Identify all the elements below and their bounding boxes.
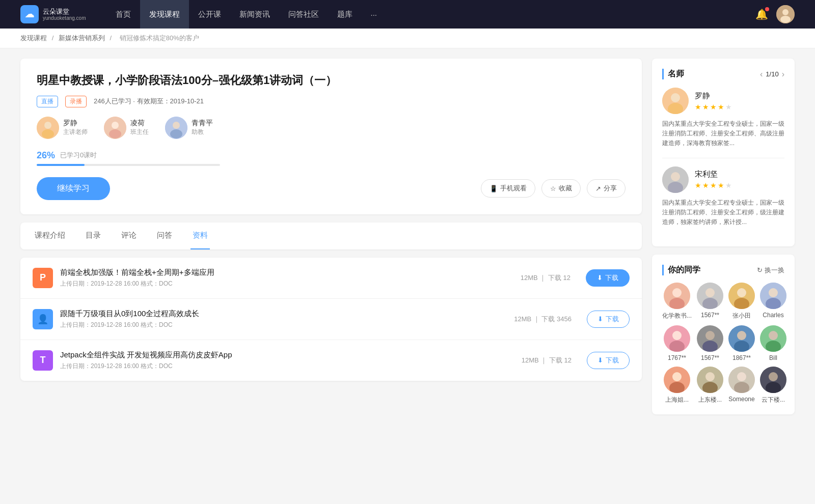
classmate-7[interactable]: 1867**	[728, 325, 755, 361]
classmates-panel: 你的同学 ↻ 换一换 化学教书...	[652, 255, 795, 414]
notification-bell[interactable]: 🔔	[755, 8, 768, 20]
svg-point-52	[769, 372, 778, 381]
breadcrumb-discover[interactable]: 发现课程	[20, 34, 47, 42]
classmate-8[interactable]: Bill	[760, 325, 786, 361]
teacher-3-info: 青青平 助教	[192, 119, 213, 136]
classmate-9[interactable]: 上海姐...	[662, 367, 692, 404]
logo-sub: yunduoketang.com	[43, 15, 86, 21]
refresh-classmates-button[interactable]: ↻ 换一换	[757, 266, 784, 275]
nav-items: 首页 发现课程 公开课 新闻资讯 问答社区 题库 ···	[106, 0, 755, 29]
user-avatar-nav[interactable]	[776, 5, 795, 23]
download-button-2[interactable]: ⬇ 下载	[587, 311, 630, 328]
classmate-1[interactable]: 化学教书...	[662, 283, 692, 320]
breadcrumb-series[interactable]: 新媒体营销系列	[59, 34, 105, 42]
classmate-5[interactable]: 1767**	[662, 325, 692, 361]
svg-point-13	[671, 93, 680, 102]
teacher-2-role: 班主任	[130, 128, 149, 136]
nav-exam[interactable]: 题库	[328, 0, 362, 29]
teacher-pagination: 1/10	[766, 70, 778, 78]
svg-point-22	[705, 288, 715, 297]
svg-point-31	[672, 331, 682, 340]
teacher-3-name: 青青平	[192, 119, 213, 128]
svg-point-2	[780, 16, 791, 23]
resource-stats-1: 12MB ｜ 下载 12	[521, 273, 570, 283]
tab-intro[interactable]: 课程介绍	[33, 222, 67, 249]
course-title: 明星中教授课，小学阶段语法100分–强化级第1讲动词（一）	[37, 73, 626, 89]
svg-point-1	[782, 9, 789, 15]
tag-live: 直播	[37, 96, 58, 107]
breadcrumb-sep1: /	[52, 34, 56, 42]
nav-home[interactable]: 首页	[106, 0, 140, 29]
refresh-icon: ↻	[757, 266, 763, 274]
tag-record: 录播	[65, 96, 87, 107]
teacher-2-name: 凌荷	[130, 119, 149, 128]
teacher-card-2-name: 宋利坚	[695, 170, 732, 179]
breadcrumb-sep2: /	[110, 34, 113, 42]
nav-qa[interactable]: 问答社区	[279, 0, 328, 29]
classmate-9-img	[664, 367, 690, 393]
continue-learning-button[interactable]: 继续学习	[37, 177, 110, 200]
classmate-5-name: 1767**	[668, 354, 686, 361]
classmate-2-avatar	[697, 283, 723, 309]
course-actions: 继续学习 📱 手机观看 ☆ 收藏 ↗ 分享	[37, 177, 626, 200]
classmate-8-name: Bill	[769, 354, 777, 361]
tab-review[interactable]: 评论	[119, 222, 139, 249]
next-teacher-button[interactable]: ›	[782, 70, 784, 79]
action-buttons: 📱 手机观看 ☆ 收藏 ↗ 分享	[481, 179, 626, 198]
nav-discover[interactable]: 发现课程	[140, 0, 189, 29]
classmate-4[interactable]: Charles	[760, 283, 786, 320]
resource-stats-2: 12MB ｜ 下载 3456	[514, 315, 572, 324]
classmate-3[interactable]: 张小田	[728, 283, 755, 320]
logo-title: 云朵课堂	[43, 8, 86, 16]
prev-teacher-button[interactable]: ‹	[760, 70, 763, 79]
svg-point-19	[672, 288, 682, 297]
classmate-1-img	[664, 283, 690, 309]
classmate-3-img	[728, 283, 755, 309]
teacher-1-info: 罗静 主讲老师	[63, 119, 88, 136]
share-button[interactable]: ↗ 分享	[587, 179, 626, 198]
nav-news[interactable]: 新闻资讯	[230, 0, 279, 29]
breadcrumb-current: 销冠修炼术搞定80%的客户	[120, 34, 199, 42]
classmate-10[interactable]: 上东楼...	[697, 367, 723, 404]
classmate-10-avatar	[697, 367, 723, 393]
teacher-2: 凌荷 班主任	[104, 117, 149, 139]
download-button-3[interactable]: ⬇ 下载	[587, 352, 630, 369]
nav-more[interactable]: ···	[362, 0, 387, 29]
collect-button[interactable]: ☆ 收藏	[541, 179, 581, 198]
classmate-6-img	[697, 325, 723, 352]
download-button-1[interactable]: ⬇ 下载	[586, 269, 630, 287]
tab-catalog[interactable]: 目录	[84, 222, 103, 249]
sidebar: 名师 ‹ 1/10 ›	[652, 59, 795, 423]
mobile-watch-button[interactable]: 📱 手机观看	[481, 179, 535, 198]
svg-point-49	[737, 372, 746, 381]
tab-qa[interactable]: 问答	[155, 222, 174, 249]
panel-header-teachers: 名师 ‹ 1/10 ›	[662, 69, 784, 79]
teacher-card-1-header: 罗静 ★ ★ ★ ★ ★	[662, 88, 784, 114]
svg-point-46	[705, 372, 715, 381]
resource-item-1: P 前端全栈加强版！前端全栈+全周期+多端应用 上传日期：2019-12-28 …	[20, 258, 642, 299]
progress-note: 已学习0课时	[60, 151, 97, 160]
logo[interactable]: ☁ 云朵课堂 yunduoketang.com	[20, 5, 86, 23]
teacher-card-2-desc: 国内某重点大学安全工程专业硕士，国家一级注册消防工程师、注册安全工程师，级注册建…	[662, 198, 784, 228]
svg-point-25	[737, 288, 746, 297]
nav-open[interactable]: 公开课	[189, 0, 230, 29]
svg-point-43	[672, 372, 682, 381]
classmates-title: 你的同学	[662, 265, 700, 275]
resource-list: P 前端全栈加强版！前端全栈+全周期+多端应用 上传日期：2019-12-28 …	[20, 258, 642, 381]
resource-icon-1: P	[33, 268, 53, 288]
classmate-10-name: 上东楼...	[698, 396, 722, 404]
teacher-card-2-stars: ★ ★ ★ ★ ★	[695, 181, 732, 189]
progress-label: 26% 已学习0课时	[37, 150, 626, 161]
classmate-12[interactable]: 云下楼...	[760, 367, 786, 404]
teacher-3-img	[165, 117, 187, 139]
classmate-6[interactable]: 1567**	[697, 325, 723, 361]
classmate-11[interactable]: Someone	[728, 367, 755, 404]
main-layout: 明星中教授课，小学阶段语法100分–强化级第1讲动词（一） 直播 录播 246人…	[0, 48, 815, 433]
resource-item-2: 👤 跟随千万级项目从0到100全过程高效成长 上传日期：2019-12-28 1…	[20, 299, 642, 340]
classmate-2[interactable]: 1567**	[697, 283, 723, 320]
teacher-1-avatar	[37, 117, 59, 139]
svg-point-37	[737, 331, 746, 340]
teacher-card-1-img	[662, 88, 689, 114]
tab-resource[interactable]: 资料	[191, 222, 210, 249]
svg-point-11	[170, 129, 182, 138]
